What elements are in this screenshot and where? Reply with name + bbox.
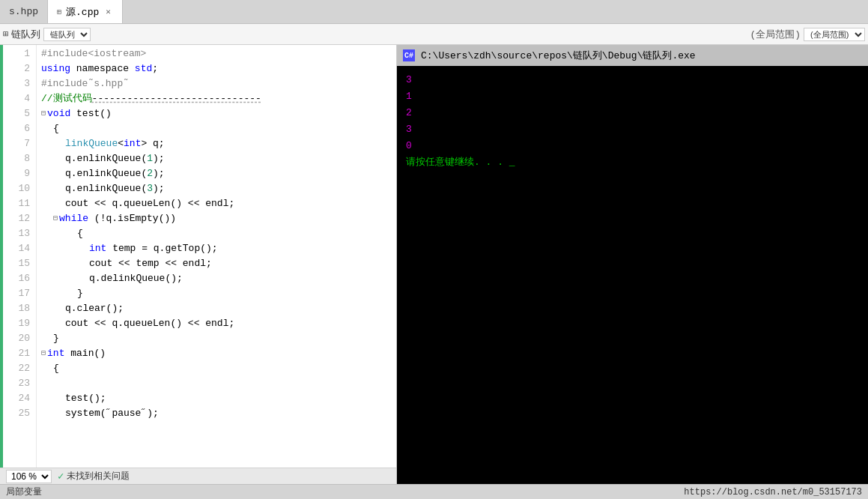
- code-line: q.delinkQueue();: [41, 271, 396, 286]
- code-token: //测试代码: [41, 91, 92, 106]
- console-app-icon: C#: [403, 49, 415, 61]
- console-line: 请按任意键继续. . . _: [406, 154, 859, 171]
- code-token: {: [53, 121, 59, 136]
- code-token: {: [53, 361, 59, 376]
- breadcrumb-icon: ⊞: [3, 28, 8, 40]
- code-line: cout << q.queueLen() << endl;: [41, 196, 396, 211]
- code-token: }: [77, 286, 83, 301]
- console-output-text: 2: [406, 105, 412, 121]
- breadcrumb-area: ⊞ 链队列 链队列: [3, 28, 747, 41]
- code-line: {: [41, 361, 396, 376]
- code-token: int: [89, 241, 106, 256]
- code-line: system(˝pause˝);: [41, 406, 396, 421]
- code-line: {: [41, 121, 396, 136]
- code-token: <: [118, 136, 124, 151]
- code-line: q.enlinkQueue( 1 );: [41, 151, 396, 166]
- code-token: system(˝pause˝);: [65, 406, 159, 421]
- code-token: 1: [147, 151, 153, 166]
- tab-label: 源.cpp: [66, 5, 99, 19]
- code-token: q.enlinkQueue(: [65, 166, 147, 181]
- collapse-icon[interactable]: ⊟: [53, 211, 58, 226]
- code-line: ⊟ while (!q.isEmpty()): [41, 211, 396, 226]
- code-token: namespace: [70, 61, 135, 76]
- code-token: using: [41, 61, 70, 76]
- code-line: q.enlinkQueue( 2 );: [41, 166, 396, 181]
- breadcrumb-dropdown[interactable]: 链队列: [43, 28, 91, 41]
- tab-close-button[interactable]: ✕: [103, 6, 113, 17]
- console-panel: C# C:\Users\zdh\source\repos\链队列\Debug\链…: [397, 45, 868, 484]
- code-line: }: [41, 331, 396, 346]
- code-line: test();: [41, 391, 396, 406]
- breadcrumb-right: (全局范围) (全局范围): [750, 28, 865, 41]
- status-check: ✓ 未找到相关问题: [58, 470, 130, 483]
- code-token: );: [153, 151, 165, 166]
- code-token: void: [47, 106, 70, 121]
- code-token: cout << q.queueLen() << endl;: [65, 316, 234, 331]
- code-line: ⊟ int main(): [41, 346, 396, 361]
- console-line: 3: [406, 121, 859, 138]
- code-token: linkQueue: [65, 136, 118, 151]
- tab-label: s.hpp: [9, 6, 38, 17]
- console-line: 2: [406, 105, 859, 121]
- code-token: test();: [65, 391, 106, 406]
- code-line: #include˜s.hpp˜: [41, 76, 396, 91]
- code-area[interactable]: 12345 678910 1112131415 1617181920 21222…: [0, 45, 396, 468]
- collapse-icon[interactable]: ⊟: [41, 106, 46, 121]
- code-token: q.enlinkQueue(: [65, 151, 147, 166]
- check-icon: ✓: [58, 470, 64, 483]
- console-output: 3 1 2 3 0 请按任意键继续. . . _: [397, 66, 868, 484]
- code-token: #include˜s.hpp˜: [41, 76, 129, 91]
- console-output-text: 3: [406, 72, 412, 88]
- code-token: > q;: [141, 136, 164, 151]
- code-token: cout << q.queueLen() << endl;: [65, 196, 234, 211]
- console-title-bar: C# C:\Users\zdh\source\repos\链队列\Debug\链…: [397, 45, 868, 66]
- bottom-left-label: 局部变量: [6, 486, 42, 498]
- code-token: test(): [70, 106, 112, 121]
- main-area: 12345 678910 1112131415 1617181920 21222…: [0, 45, 868, 484]
- code-token: q.enlinkQueue(: [65, 181, 147, 196]
- console-icon-label: C#: [404, 52, 413, 60]
- code-token: #include<iostream>: [41, 46, 146, 61]
- scope-right-label: (全局范围): [750, 28, 801, 41]
- code-line: using namespace std ;: [41, 61, 396, 76]
- code-token: );: [153, 166, 165, 181]
- code-token: {: [77, 226, 83, 241]
- code-token: while: [59, 211, 88, 226]
- code-line: q.enlinkQueue( 3 );: [41, 181, 396, 196]
- code-token: -----------------------------: [92, 91, 261, 106]
- editor-panel: 12345 678910 1112131415 1617181920 21222…: [0, 45, 397, 484]
- code-line: #include<iostream>: [41, 46, 396, 61]
- code-token: q.delinkQueue();: [89, 271, 183, 286]
- scope-right-dropdown[interactable]: (全局范围): [804, 28, 865, 41]
- console-line: 3: [406, 72, 859, 88]
- collapse-icon[interactable]: ⊟: [41, 346, 46, 361]
- zoom-select[interactable]: 106 % 75 % 100 % 125 % 150 %: [6, 470, 52, 483]
- code-line: [41, 376, 396, 391]
- code-token: int: [47, 346, 64, 361]
- console-line: 0: [406, 138, 859, 154]
- code-lines[interactable]: #include<iostream> using namespace std ;…: [37, 45, 396, 468]
- code-token: );: [153, 181, 165, 196]
- toolbar: ⊞ 链队列 链队列 (全局范围) (全局范围): [0, 24, 868, 45]
- bottom-right-label: https://blog.csdn.net/m0_53157173: [684, 487, 862, 498]
- console-output-text: 请按任意键继续. . . _: [406, 154, 515, 171]
- code-token: ;: [152, 61, 158, 76]
- line-numbers: 12345 678910 1112131415 1617181920 21222…: [3, 45, 37, 468]
- status-text: 未找到相关问题: [67, 470, 130, 483]
- console-output-text: 0: [406, 138, 412, 154]
- code-token: temp = q.getTop();: [106, 241, 217, 256]
- tab-yuan-cpp[interactable]: ⊞ 源.cpp ✕: [48, 0, 123, 23]
- console-title-text: C:\Users\zdh\source\repos\链队列\Debug\链队列.…: [421, 49, 696, 62]
- code-line: linkQueue < int > q;: [41, 136, 396, 151]
- code-token: (!q.isEmpty()): [88, 211, 176, 226]
- tab-bar: s.hpp ⊞ 源.cpp ✕: [0, 0, 868, 24]
- editor-status-bar: 106 % 75 % 100 % 125 % 150 % ✓ 未找到相关问题: [0, 468, 396, 484]
- code-token: q.clear();: [65, 301, 124, 316]
- code-line: q.clear();: [41, 301, 396, 316]
- tab-s-hpp[interactable]: s.hpp: [0, 0, 48, 23]
- code-line: }: [41, 286, 396, 301]
- code-line: int temp = q.getTop();: [41, 241, 396, 256]
- code-token: main(): [64, 346, 106, 361]
- console-output-text: 1: [406, 88, 412, 105]
- code-token: 3: [147, 181, 153, 196]
